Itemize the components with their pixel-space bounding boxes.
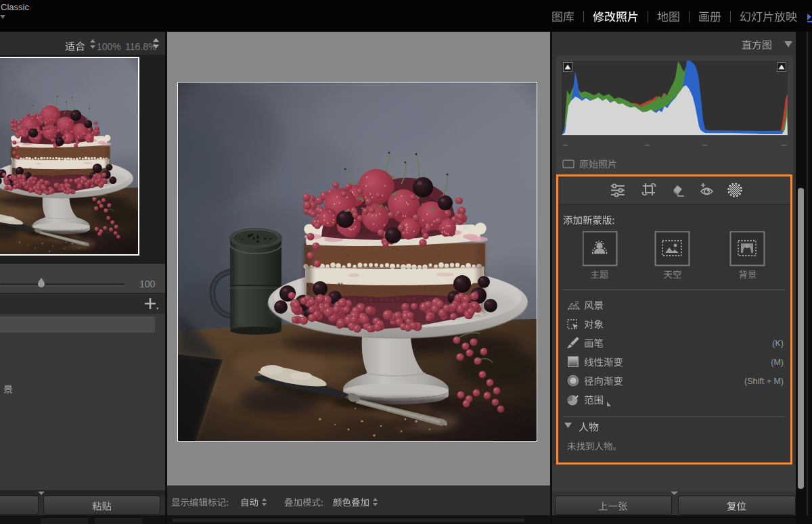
svg-text:(K): (K) (772, 339, 784, 348)
svg-text:(Shift + M): (Shift + M) (744, 377, 784, 386)
svg-text:(M): (M) (771, 358, 784, 367)
